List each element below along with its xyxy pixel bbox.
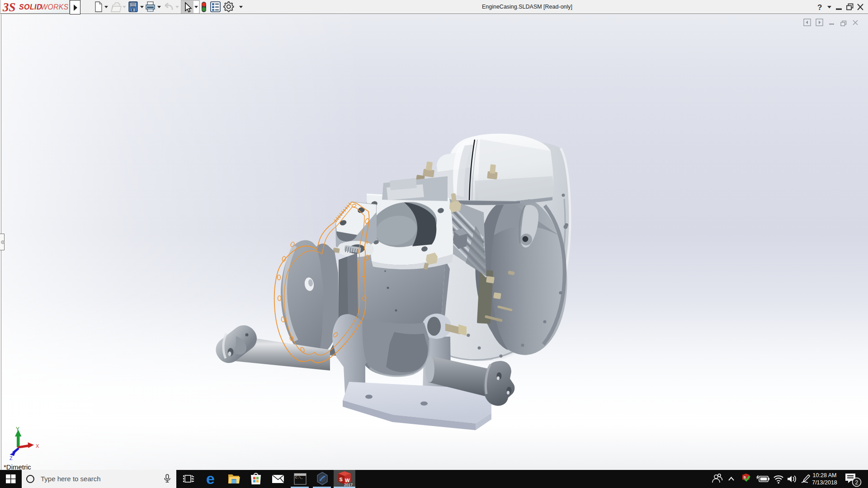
svg-text:C:\_: C:\_ — [295, 476, 303, 479]
svg-text:3S: 3S — [2, 0, 16, 14]
svg-text:S: S — [340, 477, 343, 482]
svg-text:2: 2 — [855, 479, 859, 486]
svg-text:?: ? — [817, 3, 822, 12]
svg-text:WORKS: WORKS — [41, 3, 69, 11]
svg-text:Z: Z — [9, 455, 13, 460]
svg-text:2017: 2017 — [344, 483, 353, 487]
svg-text:X: X — [36, 443, 39, 449]
svg-text:SOLID: SOLID — [19, 3, 42, 11]
svg-text:e: e — [206, 470, 215, 487]
